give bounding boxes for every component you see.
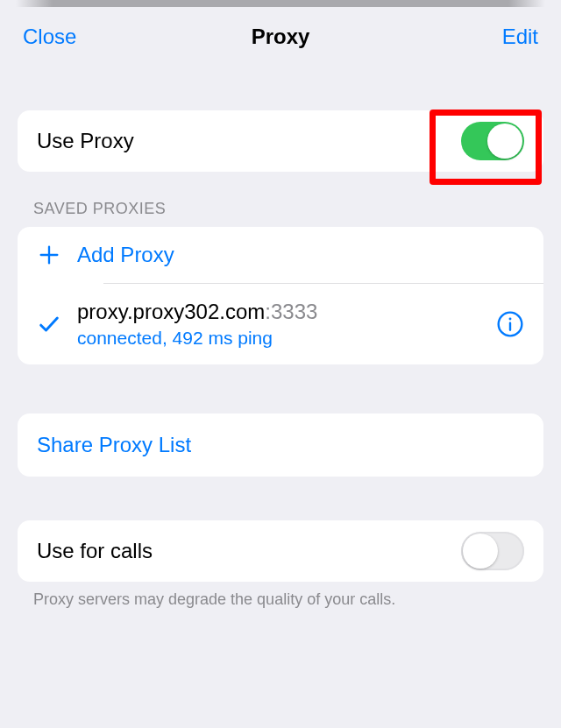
edit-button[interactable]: Edit <box>468 25 538 49</box>
plus-icon <box>37 243 77 267</box>
checkmark-icon <box>37 312 77 336</box>
info-icon[interactable] <box>496 310 524 338</box>
close-button[interactable]: Close <box>23 25 93 49</box>
add-proxy-button[interactable]: Add Proxy <box>18 227 543 283</box>
svg-point-4 <box>509 318 512 321</box>
proxy-host: proxy.proxy302.com <box>77 300 265 323</box>
page-title: Proxy <box>252 25 310 49</box>
toggle-knob <box>463 534 498 569</box>
nav-bar: Close Proxy Edit <box>0 7 561 68</box>
proxy-port: :3333 <box>265 300 317 323</box>
use-for-calls-group: Use for calls <box>18 520 543 582</box>
add-proxy-label: Add Proxy <box>77 243 174 267</box>
use-proxy-toggle[interactable] <box>461 122 524 160</box>
proxy-item[interactable]: proxy.proxy302.com:3333 connected, 492 m… <box>18 284 543 364</box>
use-for-calls-toggle[interactable] <box>461 532 524 570</box>
proxy-status: connected, 492 ms ping <box>77 328 487 349</box>
share-group: Share Proxy List <box>18 413 543 477</box>
share-proxy-list-button[interactable]: Share Proxy List <box>18 413 543 477</box>
use-for-calls-label: Use for calls <box>37 539 461 563</box>
toggle-knob <box>487 124 522 159</box>
saved-proxies-group: Add Proxy proxy.proxy302.com:3333 connec… <box>18 227 543 364</box>
saved-proxies-header: SAVED PROXIES <box>0 172 561 227</box>
use-proxy-label: Use Proxy <box>37 129 461 153</box>
calls-footer-text: Proxy servers may degrade the quality of… <box>0 582 561 609</box>
sheet-top-overlay <box>0 0 561 7</box>
use-proxy-group: Use Proxy <box>18 110 543 172</box>
